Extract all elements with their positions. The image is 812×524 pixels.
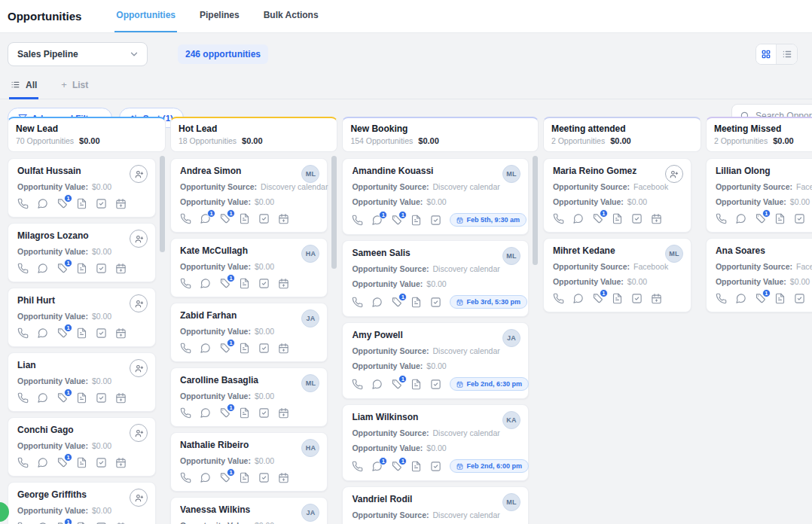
opportunity-card[interactable]: Vandriel RodilMLOpportunity Source:Disco… [342, 486, 529, 524]
calendar-icon[interactable] [278, 472, 289, 483]
opportunity-card[interactable]: Mihret KedaneMLOpportunity Source:Facebo… [543, 238, 691, 312]
phone-icon[interactable] [352, 297, 363, 308]
calendar-icon[interactable] [651, 213, 662, 224]
notes-icon[interactable] [774, 213, 786, 224]
tag-icon[interactable]: 1 [56, 263, 68, 274]
tag-icon[interactable]: 1 [755, 293, 766, 304]
tasks-icon[interactable] [96, 198, 107, 209]
sms-icon[interactable]: 1 [200, 213, 211, 224]
opportunity-card[interactable]: Maria Reino GomezOpportunity Source:Face… [543, 158, 691, 233]
tag-icon[interactable]: 1 [56, 328, 68, 339]
opportunity-card[interactable]: Liam WilkinsonKAOpportunity Source:Disco… [342, 404, 529, 481]
notes-icon[interactable] [774, 293, 786, 304]
tasks-icon[interactable] [96, 392, 107, 404]
sms-icon[interactable] [37, 198, 48, 209]
tag-icon[interactable]: 1 [391, 461, 402, 472]
tasks-icon[interactable] [430, 461, 441, 472]
notes-icon[interactable] [76, 392, 87, 404]
tasks-icon[interactable] [258, 343, 270, 354]
notes-icon[interactable] [76, 198, 87, 209]
sms-icon[interactable] [37, 328, 48, 339]
calendar-icon[interactable] [651, 293, 662, 304]
phone-icon[interactable] [17, 328, 29, 339]
opportunity-card[interactable]: LianOpportunity Value:$0.001 [8, 352, 156, 412]
opportunity-card[interactable]: Carolline BasagliaMLOpportunity Value:$0… [170, 367, 328, 427]
grid-view-button[interactable] [756, 44, 777, 64]
tasks-icon[interactable] [96, 457, 107, 468]
tag-icon[interactable]: 1 [219, 213, 230, 224]
sms-icon[interactable] [200, 278, 211, 289]
sms-icon[interactable]: 1 [371, 215, 383, 226]
sms-icon[interactable] [735, 213, 746, 224]
opportunity-card[interactable]: Milagros LozanoOpportunity Value:$0.001 [8, 223, 156, 282]
column-scrollbar[interactable] [533, 156, 538, 265]
sms-icon[interactable] [37, 392, 48, 404]
phone-icon[interactable] [352, 215, 363, 226]
notes-icon[interactable] [76, 328, 87, 339]
tasks-icon[interactable] [96, 328, 107, 339]
opportunity-card[interactable]: George GriffithsOpportunity Value:$0.001 [8, 482, 156, 524]
notes-icon[interactable] [76, 457, 87, 468]
phone-icon[interactable] [352, 461, 363, 472]
appointment-pill[interactable]: Feb 2nd, 6:00 pm [450, 459, 529, 473]
sms-icon[interactable] [572, 293, 584, 304]
tasks-icon[interactable] [258, 278, 270, 289]
column-scrollbar[interactable] [331, 156, 337, 269]
sms-icon[interactable] [37, 263, 48, 274]
tasks-icon[interactable] [258, 407, 270, 419]
opportunity-card[interactable]: Oulfat HussainOpportunity Value:$0.001 [8, 158, 156, 218]
tasks-icon[interactable] [258, 472, 270, 483]
tag-icon[interactable]: 1 [56, 392, 68, 404]
tag-icon[interactable]: 1 [219, 278, 230, 289]
phone-icon[interactable] [17, 392, 29, 404]
opportunity-card[interactable]: Zabid FarhanJAOpportunity Value:$0.001 [170, 303, 328, 362]
tag-icon[interactable]: 1 [56, 198, 68, 209]
opportunity-card[interactable]: Sameen SalisMLOpportunity Source:Discove… [342, 240, 529, 317]
opportunity-card[interactable]: Amy PowellJAOpportunity Source:Discovery… [342, 322, 529, 399]
opportunity-card[interactable]: Vanessa WilkinsJAOpportunity Value:$0.00… [170, 497, 328, 524]
phone-icon[interactable] [180, 472, 191, 483]
tasks-icon[interactable] [96, 263, 107, 274]
appointment-pill[interactable]: Feb 2nd, 6:30 pm [450, 377, 529, 391]
phone-icon[interactable] [553, 213, 564, 224]
sms-icon[interactable] [200, 343, 211, 354]
notes-icon[interactable] [239, 343, 250, 354]
notes-icon[interactable] [612, 213, 623, 224]
tag-icon[interactable]: 1 [219, 343, 230, 354]
notes-icon[interactable] [612, 293, 623, 304]
calendar-icon[interactable] [115, 263, 127, 274]
phone-icon[interactable] [180, 213, 191, 224]
tasks-icon[interactable] [258, 213, 270, 224]
tab-opportunities[interactable]: Opportunities [114, 0, 177, 32]
tag-icon[interactable]: 1 [391, 297, 402, 308]
phone-icon[interactable] [352, 379, 363, 390]
tab-bulk-actions[interactable]: Bulk Actions [262, 0, 320, 32]
notes-icon[interactable] [76, 263, 87, 274]
opportunity-card[interactable]: Amandine KouassiMLOpportunity Source:Dis… [342, 158, 529, 235]
tasks-icon[interactable] [794, 293, 805, 304]
tab-pipelines[interactable]: Pipelines [198, 0, 241, 32]
phone-icon[interactable] [180, 278, 191, 289]
tag-icon[interactable]: 1 [391, 215, 402, 226]
tasks-icon[interactable] [631, 293, 643, 304]
notes-icon[interactable] [411, 215, 422, 226]
phone-icon[interactable] [17, 198, 29, 209]
opportunity-card[interactable]: Ana SoaresMLOpportunity Source:FacebookO… [706, 238, 812, 312]
phone-icon[interactable] [716, 293, 727, 304]
tasks-icon[interactable] [794, 213, 805, 224]
sms-icon[interactable]: 1 [371, 461, 383, 472]
pipeline-select[interactable]: Sales Pipeline [8, 42, 148, 66]
add-list-tab[interactable]: + List [60, 76, 90, 99]
opportunity-card[interactable]: Nathalie RibeiroHAOpportunity Value:$0.0… [170, 432, 328, 492]
opportunity-card[interactable]: Andrea SimonMLOpportunity Source:Discove… [170, 158, 328, 233]
calendar-icon[interactable] [115, 328, 127, 339]
column-scrollbar[interactable] [160, 156, 165, 252]
tag-icon[interactable]: 1 [56, 457, 68, 468]
sms-icon[interactable] [371, 379, 383, 390]
opportunity-card[interactable]: Phil HurtOpportunity Value:$0.001 [8, 288, 156, 347]
sms-icon[interactable] [735, 293, 746, 304]
sms-icon[interactable] [37, 457, 48, 468]
notes-icon[interactable] [239, 213, 250, 224]
tag-icon[interactable]: 1 [755, 213, 766, 224]
sms-icon[interactable] [200, 472, 211, 483]
